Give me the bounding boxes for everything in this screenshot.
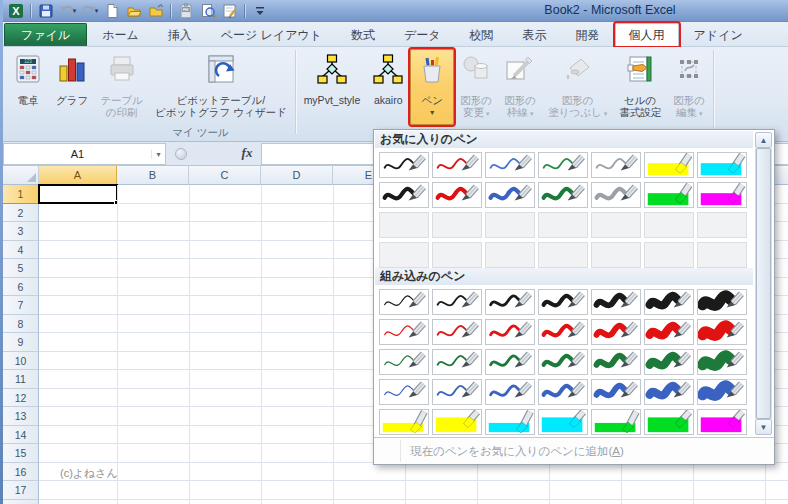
highlighter-swatch[interactable]: [591, 409, 641, 435]
print-preview-icon[interactable]: [198, 1, 217, 20]
highlighter-swatch[interactable]: [697, 409, 747, 435]
tab-review[interactable]: 校閲: [456, 23, 508, 46]
pen-swatch[interactable]: [538, 379, 588, 405]
pen-swatch[interactable]: [379, 152, 429, 178]
row-header-4[interactable]: 4: [3, 241, 39, 260]
highlighter-swatch[interactable]: [432, 409, 482, 435]
pen-swatch[interactable]: [538, 152, 588, 178]
tab-home[interactable]: ホーム: [88, 23, 153, 46]
tab-personal[interactable]: 個人用: [615, 23, 679, 46]
pen-swatch[interactable]: [697, 319, 747, 345]
pen-swatch[interactable]: [538, 289, 588, 315]
pen-swatch[interactable]: [379, 289, 429, 315]
tab-formulas[interactable]: 数式: [337, 23, 389, 46]
selected-cell[interactable]: [38, 184, 118, 204]
scroll-down-button[interactable]: ▼: [755, 419, 772, 435]
column-header-d[interactable]: D: [261, 166, 333, 185]
highlighter-swatch[interactable]: [379, 409, 429, 435]
row-header-6[interactable]: 6: [3, 278, 39, 297]
tab-developer[interactable]: 開発: [562, 23, 614, 46]
akairo-button[interactable]: akairo: [366, 49, 410, 129]
pen-swatch[interactable]: [538, 349, 588, 375]
redo-icon[interactable]: ▾: [80, 1, 99, 20]
open-folder-icon[interactable]: [124, 1, 143, 20]
row-header-5[interactable]: 5: [3, 259, 39, 278]
add-to-favorites-menu-item[interactable]: 現在のペンをお気に入りのペンに追加(A): [374, 438, 774, 464]
pen-swatch[interactable]: [591, 152, 641, 178]
table-print-button[interactable]: テーブルの印刷: [94, 49, 149, 129]
pen-swatch[interactable]: [485, 289, 535, 315]
pen-swatch[interactable]: [485, 319, 535, 345]
highlighter-swatch[interactable]: [697, 182, 747, 208]
pen-swatch[interactable]: [644, 319, 694, 345]
row-header-12[interactable]: 12: [3, 389, 39, 408]
column-header-a[interactable]: A: [39, 166, 117, 185]
pen-swatch[interactable]: [432, 289, 482, 315]
row-cells[interactable]: [39, 500, 788, 504]
tab-data[interactable]: データ: [390, 23, 455, 46]
pen-swatch[interactable]: [591, 349, 641, 375]
highlighter-swatch[interactable]: [644, 409, 694, 435]
pen-swatch[interactable]: [379, 349, 429, 375]
pen-swatch[interactable]: [697, 379, 747, 405]
chart-button[interactable]: グラフ: [50, 49, 94, 129]
row-header-17[interactable]: 17: [3, 481, 39, 500]
row-header-3[interactable]: 3: [3, 222, 39, 241]
undo-icon[interactable]: ▾: [58, 1, 77, 20]
shape-outline-button[interactable]: 図形の枠線▾: [498, 49, 542, 129]
scroll-up-button[interactable]: ▲: [755, 132, 772, 148]
edit-sheet-icon[interactable]: [220, 1, 239, 20]
cell-format-button[interactable]: セルの書式設定: [613, 49, 667, 129]
row-header-14[interactable]: 14: [3, 426, 39, 445]
row-header-8[interactable]: 8: [3, 315, 39, 334]
pen-swatch[interactable]: [591, 182, 641, 208]
pen-swatch[interactable]: [697, 349, 747, 375]
row-header-13[interactable]: 13: [3, 407, 39, 426]
pen-swatch[interactable]: [432, 152, 482, 178]
save-icon[interactable]: [36, 1, 55, 20]
pen-swatch[interactable]: [485, 379, 535, 405]
name-box-dropdown-icon[interactable]: ▾: [151, 150, 165, 159]
tab-page-layout[interactable]: ページ レイアウト: [207, 23, 336, 46]
pen-swatch[interactable]: [432, 182, 482, 208]
pen-swatch[interactable]: [432, 319, 482, 345]
row-header-7[interactable]: 7: [3, 296, 39, 315]
pen-swatch[interactable]: [644, 379, 694, 405]
tab-insert[interactable]: 挿入: [154, 23, 206, 46]
column-header-b[interactable]: B: [117, 166, 189, 185]
row-header-2[interactable]: 2: [3, 204, 39, 223]
pen-swatch[interactable]: [644, 349, 694, 375]
pen-swatch[interactable]: [485, 152, 535, 178]
new-document-icon[interactable]: [102, 1, 121, 20]
gallery-scrollbar[interactable]: ▲ ▼: [755, 132, 772, 435]
excel-logo-icon[interactable]: X: [6, 1, 25, 20]
highlighter-swatch[interactable]: [697, 152, 747, 178]
row-header-15[interactable]: 15: [3, 444, 39, 463]
row-cells[interactable]: [39, 481, 788, 500]
insert-function-button[interactable]: fx: [235, 145, 259, 163]
pen-swatch[interactable]: [538, 319, 588, 345]
tab-add-ins[interactable]: アドイン: [680, 23, 757, 46]
pen-swatch[interactable]: [644, 289, 694, 315]
row-header-10[interactable]: 10: [3, 352, 39, 371]
row-header-16[interactable]: 16: [3, 463, 39, 482]
scrollbar-track[interactable]: [755, 148, 772, 419]
row-header-9[interactable]: 9: [3, 333, 39, 352]
column-header-c[interactable]: C: [189, 166, 261, 185]
scrollbar-thumb[interactable]: [756, 148, 771, 419]
calculator-button[interactable]: 123電卓: [6, 49, 50, 129]
pen-swatch[interactable]: [538, 182, 588, 208]
pen-swatch[interactable]: [432, 379, 482, 405]
row-header-1[interactable]: 1: [3, 185, 39, 204]
highlighter-swatch[interactable]: [538, 409, 588, 435]
pen-swatch[interactable]: [485, 349, 535, 375]
pen-swatch[interactable]: [379, 319, 429, 345]
pen-swatch[interactable]: [432, 349, 482, 375]
shape-change-button[interactable]: 図形の変更▾: [454, 49, 498, 129]
select-all-corner[interactable]: [3, 166, 39, 185]
row-cells[interactable]: [39, 463, 788, 482]
pivot-wizard-button[interactable]: ピボットテーブル/ピボットグラフ ウィザード: [149, 49, 293, 129]
tab-view[interactable]: 表示: [509, 23, 561, 46]
highlighter-swatch[interactable]: [485, 409, 535, 435]
pen-swatch[interactable]: [379, 182, 429, 208]
